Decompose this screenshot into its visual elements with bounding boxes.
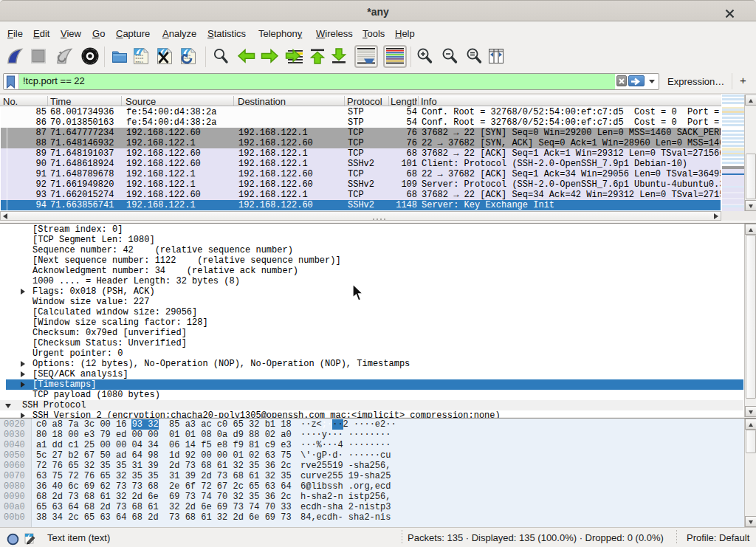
svg-text:0011: 0011 <box>136 60 144 63</box>
